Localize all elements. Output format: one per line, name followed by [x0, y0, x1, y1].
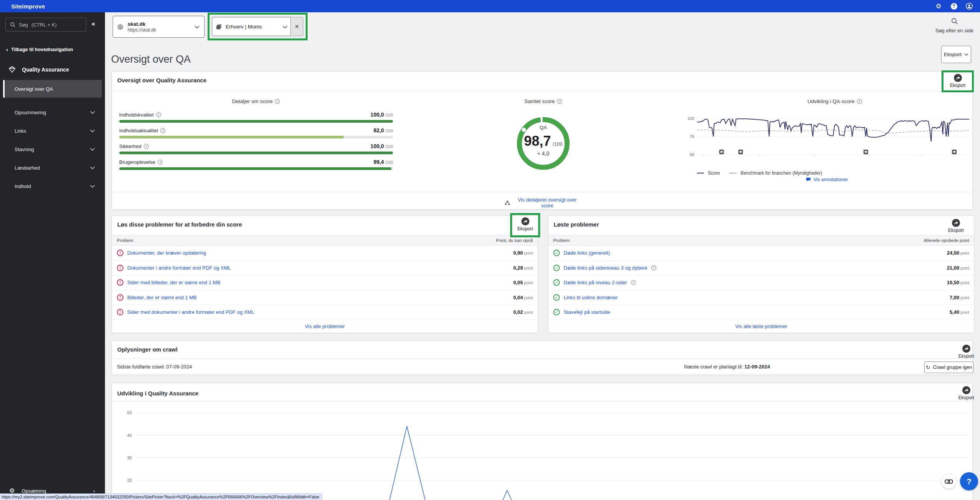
back-to-main-nav-link[interactable]: ‹ Tilbage til hovednavigation: [6, 46, 73, 53]
table-row: Døde links (generelt)24,50point: [548, 246, 974, 261]
active-indicator: [3, 80, 5, 98]
help-circle-icon[interactable]: [857, 99, 862, 104]
view-all-issues-link[interactable]: Vis alle problemer: [112, 320, 538, 333]
export-button[interactable]: Eksport: [958, 345, 974, 359]
search-shortcut: (CTRL + K): [32, 22, 57, 28]
sidebar-item-links[interactable]: Links: [0, 122, 105, 140]
sidebar-item-label: Links: [15, 128, 26, 134]
annotation-highlight-group-picker: Erhverv | Moms ✕: [208, 13, 308, 40]
sidebar-search-input[interactable]: Søg (CTRL + K): [5, 18, 86, 32]
table-row: Sider med dokumenter i andre formater en…: [112, 305, 538, 320]
help-circle-icon[interactable]: [144, 144, 149, 149]
account-icon[interactable]: [965, 2, 973, 10]
site-name: skat.dk: [128, 21, 156, 27]
view-all-solved-link[interactable]: Vis alle løste problemer: [548, 320, 974, 333]
settings-gear-icon[interactable]: ⚙: [935, 2, 942, 10]
card-title: Udvikling i Quality Assurance: [117, 390, 198, 397]
table-row: Døde links på sideniveau 3 og dybere21,0…: [548, 261, 974, 276]
export-button[interactable]: Eksport: [950, 74, 966, 90]
comment-icon: [806, 177, 811, 182]
site-picker-dropdown[interactable]: skat.dk https://skat.dk: [113, 16, 205, 38]
recrawl-group-button[interactable]: ↻ Crawl gruppe igen: [924, 362, 973, 373]
problem-link[interactable]: Stavefejl på startside: [564, 309, 610, 315]
card-title: Løs disse problemer for at forbedre din …: [117, 221, 242, 228]
score-bar-indholdskvalitet: Indholdskvalitet100,0 /100: [119, 112, 393, 123]
back-label: Tilbage til hovednavigation: [11, 47, 73, 52]
score-bar-label: Indholdskvalitet: [119, 112, 161, 118]
show-annotations-link[interactable]: Vis annotationer: [792, 177, 862, 182]
sidebar-collapse-icon[interactable]: «: [92, 20, 95, 28]
sidebar-item-oversigt-over-qa[interactable]: Oversigt over QA: [3, 80, 102, 98]
sidebar-item-stavning[interactable]: Stavning: [0, 140, 105, 158]
divider: [112, 358, 973, 359]
export-icon: [962, 386, 970, 394]
sidebar-section-quality-assurance[interactable]: Quality Assurance: [8, 66, 69, 73]
detailed-score-overview-link[interactable]: Vis detaljeret oversigt over score: [505, 197, 582, 208]
page-search-button[interactable]: Søg efter en side: [935, 18, 973, 33]
export-button[interactable]: Eksport: [517, 217, 533, 235]
help-circle-icon[interactable]: [557, 99, 562, 104]
y-tick-label: 40: [127, 433, 132, 438]
problem-link[interactable]: Billeder, der er større end 1 MB: [127, 295, 197, 300]
group-picker-dropdown[interactable]: Erhverv | Moms: [212, 17, 293, 36]
help-icon[interactable]: [950, 2, 958, 10]
check-circle-icon: [553, 309, 560, 315]
problem-link[interactable]: Døde links (generelt): [564, 250, 610, 256]
table-row: Sider med billeder, der er større end 1 …: [112, 275, 538, 290]
problem-link[interactable]: Døde links på niveau 2-sider: [564, 280, 627, 285]
annotation-marker[interactable]: [864, 150, 868, 154]
problem-link[interactable]: Dokumenter i andre formater end PDF og X…: [127, 265, 231, 271]
annotation-marker[interactable]: [738, 150, 743, 154]
help-circle-icon[interactable]: [275, 99, 280, 104]
gear-icon: ⚙: [9, 488, 15, 494]
annotation-marker[interactable]: [952, 150, 957, 154]
export-button[interactable]: Eksport: [948, 219, 964, 233]
sidebar-item-indhold[interactable]: Indhold: [0, 177, 105, 195]
export-button[interactable]: Eksport: [958, 386, 974, 400]
help-circle-icon[interactable]: [158, 160, 163, 165]
legend-score: Score: [708, 170, 720, 176]
chevron-down-icon: [283, 25, 288, 29]
help-circle-icon[interactable]: [156, 112, 161, 117]
chevron-down-icon: [90, 111, 95, 114]
export-label: Eksport: [948, 228, 964, 233]
problem-link[interactable]: Sider med dokumenter i andre formater en…: [127, 309, 254, 315]
help-circle-icon[interactable]: [160, 128, 165, 133]
export-label: Eksport: [517, 226, 533, 232]
y-tick-label: 30: [127, 455, 132, 460]
annotation-highlight-export: Eksport: [942, 70, 974, 92]
alert-icon: [117, 265, 123, 271]
close-icon: ✕: [294, 23, 299, 30]
globe-icon: [117, 23, 124, 30]
annotation-marker[interactable]: [719, 150, 724, 154]
sidebar-item-læsbarhed[interactable]: Læsbarhed: [0, 158, 105, 177]
chevron-left-icon: ‹: [6, 46, 8, 53]
sidebar-item-label: Opsummering: [15, 110, 46, 115]
help-circle-icon[interactable]: [651, 265, 656, 270]
recrawl-label: Crawl gruppe igen: [933, 365, 972, 370]
column-points: Point, du kan opnå: [496, 238, 533, 243]
legend-benchmark: Benchmark for branchen (Myndigheder): [740, 170, 822, 176]
help-circle-icon[interactable]: [631, 280, 636, 285]
table-row: Dokumenter i andre formater end PDF og X…: [112, 261, 538, 276]
check-circle-icon: [553, 279, 560, 286]
score-bar-indholdsaktualitet: Indholdsaktualitet82,0 /100: [119, 127, 393, 138]
export-label: Eksport: [944, 52, 962, 57]
points-value: 10,50point: [947, 280, 969, 285]
share-link-button[interactable]: [942, 474, 956, 489]
problem-link[interactable]: Links til usikre domæner: [564, 295, 618, 300]
score-bar-value: 100,0 /100: [371, 143, 393, 149]
crawl-info-card: Oplysninger om crawl Eksport Sidste fuld…: [111, 340, 973, 375]
sidebar-item-opsummering[interactable]: Opsummering: [0, 103, 105, 122]
y-tick-label: 50: [690, 152, 694, 157]
clear-group-button[interactable]: ✕: [290, 17, 303, 36]
problem-link[interactable]: Døde links på sideniveau 3 og dybere: [564, 265, 647, 271]
card-title: Oplysninger om crawl: [117, 346, 178, 353]
chevron-down-icon: [90, 148, 95, 151]
export-dropdown-button[interactable]: Eksport: [941, 46, 971, 63]
problem-link[interactable]: Sider med billeder, der er større end 1 …: [127, 280, 220, 285]
help-chat-button[interactable]: [960, 472, 978, 490]
score-bar-sikkerhed: Sikkerhed100,0 /100: [119, 143, 393, 154]
problem-link[interactable]: Dokumenter, der kræver opdatering: [127, 250, 206, 256]
score-bar-fill: [119, 152, 393, 154]
